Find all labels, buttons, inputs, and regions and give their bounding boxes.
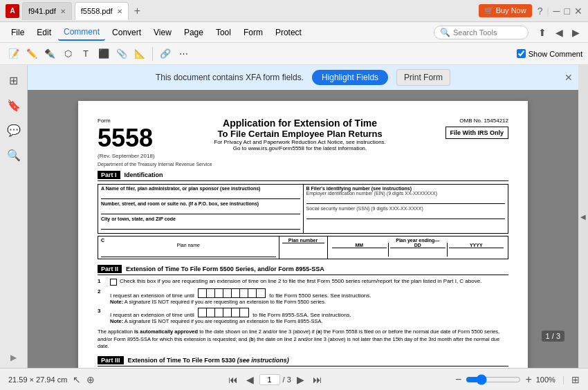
date-cell-3 bbox=[215, 289, 223, 297]
part-i-header: Part I bbox=[98, 171, 120, 179]
right-expand-icon[interactable]: ◀ bbox=[580, 213, 586, 221]
tool-shapes[interactable]: ⬡ bbox=[59, 46, 76, 62]
tool-pencil[interactable]: ✒️ bbox=[42, 46, 58, 62]
item1-content: Check this box if you are requesting an … bbox=[110, 278, 508, 286]
tab-f941-close[interactable]: ✕ bbox=[60, 8, 66, 15]
last-page-button[interactable]: ⏭ bbox=[310, 373, 325, 387]
print-form-button[interactable]: Print Form bbox=[396, 69, 450, 86]
tab-f5558[interactable]: f5558.pdf ✕ bbox=[75, 2, 129, 20]
buy-now-button[interactable]: 🛒 Buy Now bbox=[479, 4, 532, 17]
item2-to-file: to file Form 5500 series. See instructio… bbox=[269, 292, 371, 299]
search-input[interactable] bbox=[453, 28, 522, 37]
item2-note: Note: A signature IS NOT required if you… bbox=[110, 299, 508, 305]
menu-comment[interactable]: Comment bbox=[58, 24, 105, 41]
item3-note: Note: A signature IS NOT required if you… bbox=[110, 318, 508, 324]
form-title-line2: To File Certain Employee Plan Returns bbox=[169, 129, 432, 139]
menu-page[interactable]: Page bbox=[178, 25, 209, 40]
fit-page-button[interactable]: ⊞ bbox=[571, 374, 580, 385]
ssn-field[interactable] bbox=[306, 211, 506, 219]
banner-close-icon[interactable]: ✕ bbox=[564, 72, 573, 83]
menu-file[interactable]: File bbox=[6, 25, 30, 40]
forward-icon[interactable]: ▶ bbox=[569, 26, 582, 39]
plan-number-field[interactable] bbox=[282, 243, 324, 252]
item3-date-field[interactable] bbox=[198, 308, 249, 317]
menu-view[interactable]: View bbox=[148, 25, 177, 40]
toolbar: 📝 ✏️ ✒️ ⬡ T ⬛ 📎 📐 🔗 ⋯ Show Comment bbox=[0, 43, 588, 65]
zoom-in-button[interactable]: + bbox=[525, 373, 531, 386]
date-cell-3-6 bbox=[240, 308, 248, 317]
dd-field[interactable] bbox=[390, 248, 445, 257]
tool-sticky[interactable]: 📝 bbox=[6, 46, 22, 62]
back-icon[interactable]: ◀ bbox=[552, 26, 566, 39]
date-cell-2 bbox=[207, 289, 215, 297]
tool-attach[interactable]: 📎 bbox=[113, 46, 130, 62]
menu-form[interactable]: Form bbox=[238, 25, 268, 40]
show-comment-checkbox[interactable] bbox=[517, 49, 526, 58]
page-total: / 3 bbox=[283, 375, 291, 384]
sidebar-bookmarks-icon[interactable]: 🔖 bbox=[4, 95, 24, 115]
sidebar-expand-icon[interactable]: ▶ bbox=[10, 353, 17, 362]
menu-tool[interactable]: Tool bbox=[210, 25, 237, 40]
highlight-fields-button[interactable]: Highlight Fields bbox=[312, 70, 388, 85]
left-sidebar: ⊞ 🔖 💬 🔍 ▶ bbox=[0, 65, 28, 368]
minimize-icon[interactable]: ─ bbox=[553, 6, 560, 17]
item3-num: 3 bbox=[98, 308, 106, 314]
date-cell-4 bbox=[223, 289, 232, 297]
item2-content: I request an extension of time until bbox=[110, 288, 508, 305]
maximize-icon[interactable]: □ bbox=[564, 6, 570, 17]
tab-f941[interactable]: f941.pdf ✕ bbox=[22, 2, 72, 20]
plan-section: C Plan name Plan number Plan year ending… bbox=[98, 236, 508, 259]
sidebar-search-icon[interactable]: 🔍 bbox=[4, 145, 24, 165]
id-right-col: B Filer's identifying number (see instru… bbox=[304, 185, 508, 233]
item2-date-field[interactable] bbox=[198, 288, 266, 298]
pdf-viewer[interactable]: Form 5558 (Rev. September 2018) Applicat… bbox=[28, 90, 578, 368]
plan-name-field[interactable] bbox=[101, 248, 276, 257]
next-page-button[interactable]: ▶ bbox=[294, 373, 307, 387]
item2-row: I request an extension of time until bbox=[110, 288, 508, 299]
tool-more[interactable]: ⋯ bbox=[175, 46, 192, 62]
form-url-text: Go to www.irs.gov/Form5558 for the lates… bbox=[169, 145, 432, 151]
menu-protect[interactable]: Protect bbox=[270, 25, 307, 40]
tool-stamp[interactable]: ⬛ bbox=[95, 46, 112, 62]
item1-checkbox[interactable] bbox=[110, 279, 117, 286]
street-field[interactable] bbox=[101, 206, 300, 214]
search-box[interactable]: 🔍 bbox=[434, 26, 529, 39]
item2-note-text: A signature IS NOT required if you are r… bbox=[125, 299, 326, 305]
zoom-controls: − + 100% | ⊞ bbox=[455, 373, 580, 386]
sidebar-pages-icon[interactable]: ⊞ bbox=[4, 71, 24, 90]
tool-highlight[interactable]: ✏️ bbox=[24, 46, 40, 62]
menu-edit[interactable]: Edit bbox=[31, 25, 57, 40]
row-a-field[interactable] bbox=[101, 191, 300, 199]
add-tab-button[interactable]: + bbox=[131, 5, 143, 17]
part-ii-section: Part II Extension of Time To File Form 5… bbox=[98, 265, 508, 351]
plan-year-label: Plan year ending— bbox=[331, 238, 506, 243]
tool-text[interactable]: T bbox=[77, 46, 94, 62]
current-page-input[interactable] bbox=[259, 374, 280, 385]
city-label: City or town, state, and ZIP code bbox=[101, 216, 300, 221]
tool-link[interactable]: 🔗 bbox=[157, 46, 174, 62]
sidebar-comments-icon[interactable]: 💬 bbox=[4, 120, 24, 140]
close-icon[interactable]: ✕ bbox=[574, 6, 582, 17]
approval-text: The application is automatically approve… bbox=[98, 328, 508, 351]
mm-field[interactable] bbox=[332, 248, 387, 257]
part-ii-item1: 1 Check this box if you are requesting a… bbox=[98, 278, 508, 286]
employer-id-field[interactable] bbox=[306, 196, 506, 204]
row-b-text: Filer's identifying number (see instruct… bbox=[311, 186, 412, 191]
tab-f5558-close[interactable]: ✕ bbox=[117, 8, 122, 15]
share-icon[interactable]: ⬆ bbox=[535, 26, 549, 39]
cursor-icon[interactable]: ↖ bbox=[73, 374, 81, 385]
menu-convert[interactable]: Convert bbox=[107, 25, 147, 40]
item1-checkbox-row: Check this box if you are requesting an … bbox=[110, 278, 508, 286]
form-number-block: Form 5558 (Rev. September 2018) bbox=[98, 118, 155, 159]
select-icon[interactable]: ⊕ bbox=[86, 374, 95, 385]
app-icon: A bbox=[6, 4, 19, 18]
yyyy-field[interactable] bbox=[449, 248, 504, 257]
zoom-out-button[interactable]: − bbox=[455, 373, 461, 386]
title-bar-right: 🛒 Buy Now ? | ─ □ ✕ bbox=[479, 4, 582, 17]
prev-page-button[interactable]: ◀ bbox=[244, 373, 257, 387]
tool-measure[interactable]: 📐 bbox=[131, 46, 148, 62]
first-page-button[interactable]: ⏮ bbox=[226, 373, 241, 387]
form-title: Application for Extension of Time To Fil… bbox=[155, 118, 445, 151]
city-field[interactable] bbox=[101, 221, 300, 230]
zoom-slider[interactable] bbox=[466, 374, 521, 385]
